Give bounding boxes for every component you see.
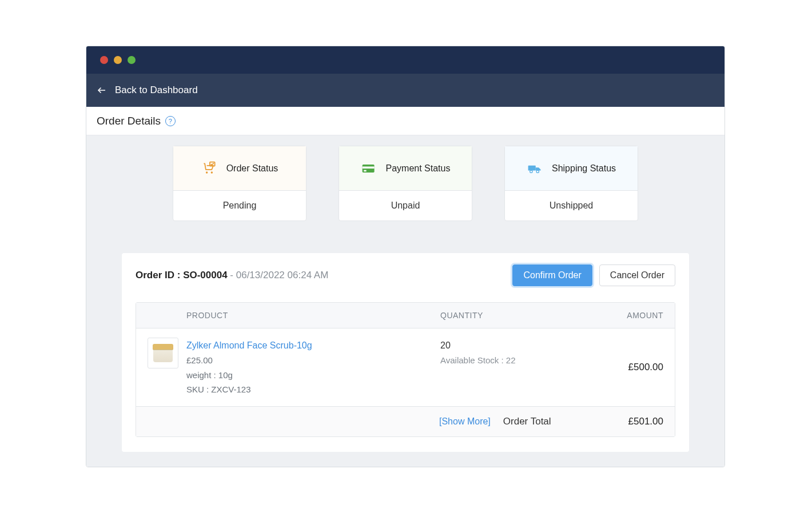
- amount-cell: £500.00: [589, 362, 663, 373]
- window-close-dot[interactable]: [100, 56, 108, 64]
- help-icon[interactable]: ?: [165, 116, 176, 126]
- product-name-link[interactable]: Zylker Almond Face Scrub-10g: [186, 338, 440, 353]
- order-total-label: Order Total: [503, 416, 551, 427]
- order-status-label: Order Status: [226, 163, 278, 174]
- back-bar[interactable]: Back to Dashboard: [86, 74, 725, 107]
- cancel-order-button[interactable]: Cancel Order: [599, 264, 675, 286]
- payment-status-header: Payment Status: [339, 146, 472, 191]
- product-cell: Zylker Almond Face Scrub-10g £25.00 weig…: [186, 338, 440, 397]
- svg-rect-5: [362, 166, 374, 169]
- shipping-status-header: Shipping Status: [505, 146, 638, 191]
- truck-icon: [527, 161, 543, 177]
- order-status-value: Pending: [173, 191, 306, 221]
- svg-rect-7: [528, 165, 536, 170]
- table-header: PRODUCT QUANTITY AMOUNT: [136, 303, 675, 328]
- svg-point-2: [210, 171, 213, 174]
- show-more-link[interactable]: [Show More]: [439, 416, 491, 427]
- cart-check-icon: [201, 161, 217, 177]
- payment-status-label: Payment Status: [386, 163, 451, 174]
- window-maximize-dot[interactable]: [128, 56, 136, 64]
- order-panel: Order ID : SO-00004 - 06/13/2022 06:24 A…: [122, 253, 689, 452]
- order-panel-header: Order ID : SO-00004 - 06/13/2022 06:24 A…: [136, 264, 675, 286]
- quantity-value: 20: [440, 338, 589, 353]
- credit-card-icon: [361, 161, 377, 177]
- app-window: Back to Dashboard Order Details ?: [86, 46, 725, 467]
- order-id: SO-00004: [183, 270, 228, 280]
- product-price: £25.00: [186, 353, 440, 368]
- col-header-amount: AMOUNT: [589, 311, 663, 320]
- col-header-product: PRODUCT: [148, 311, 440, 320]
- back-label: Back to Dashboard: [115, 85, 198, 96]
- svg-rect-6: [364, 170, 366, 171]
- shipping-status-label: Shipping Status: [552, 163, 616, 174]
- svg-point-8: [530, 170, 532, 173]
- shipping-status-card: Shipping Status Unshipped: [504, 146, 638, 221]
- window-minimize-dot[interactable]: [114, 56, 122, 64]
- status-cards-row: Order Status Pending Payment Status Unp: [86, 146, 725, 221]
- content-area: Order Status Pending Payment Status Unp: [86, 135, 725, 467]
- jar-icon: [153, 344, 173, 362]
- order-id-line: Order ID : SO-00004 - 06/13/2022 06:24 A…: [136, 270, 328, 281]
- confirm-order-button[interactable]: Confirm Order: [512, 264, 592, 286]
- shipping-status-value: Unshipped: [505, 191, 638, 221]
- payment-status-value: Unpaid: [339, 191, 472, 221]
- table-footer: [Show More] Order Total £501.00: [136, 407, 675, 436]
- page-title-bar: Order Details ?: [86, 107, 725, 135]
- page-title: Order Details: [97, 115, 161, 127]
- available-stock: Available Stock : 22: [440, 353, 589, 368]
- svg-point-1: [206, 171, 208, 174]
- svg-point-9: [536, 170, 539, 173]
- payment-status-card: Payment Status Unpaid: [339, 146, 472, 221]
- order-status-card: Order Status Pending: [173, 146, 307, 221]
- product-thumb-cell: [148, 338, 186, 368]
- col-header-quantity: QUANTITY: [440, 311, 589, 320]
- order-status-header: Order Status: [173, 146, 306, 191]
- product-weight: weight : 10g: [186, 368, 440, 383]
- quantity-cell: 20 Available Stock : 22: [440, 338, 589, 368]
- order-items-table: PRODUCT QUANTITY AMOUNT Zy: [136, 302, 675, 437]
- arrow-left-icon: [97, 85, 107, 95]
- order-total-value: £501.00: [589, 416, 663, 427]
- product-thumbnail: [148, 338, 178, 368]
- window-titlebar: [86, 46, 725, 74]
- order-actions: Confirm Order Cancel Order: [512, 264, 675, 286]
- order-timestamp: 06/13/2022 06:24 AM: [236, 270, 329, 280]
- product-sku: SKU : ZXCV-123: [186, 382, 440, 397]
- order-id-separator: -: [228, 270, 236, 280]
- table-row: Zylker Almond Face Scrub-10g £25.00 weig…: [136, 328, 675, 407]
- order-id-label: Order ID :: [136, 270, 183, 280]
